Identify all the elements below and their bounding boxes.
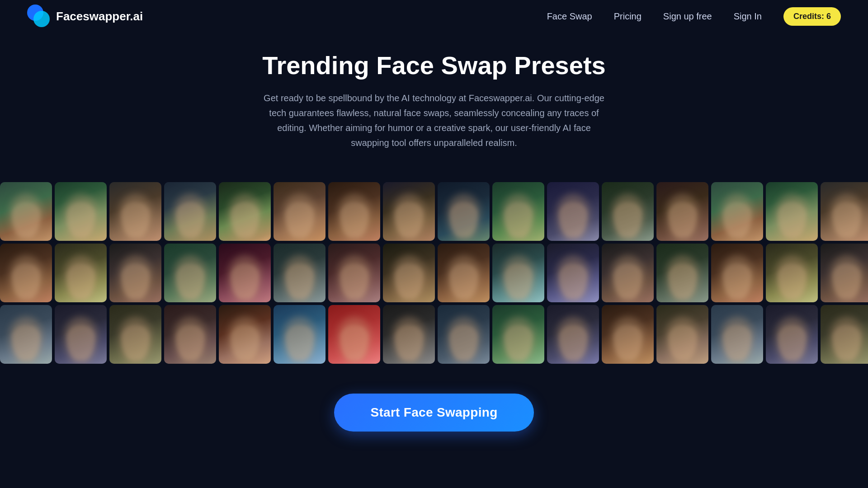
preset-card[interactable] — [219, 305, 271, 364]
portrait-image — [821, 305, 868, 364]
preset-card[interactable] — [821, 305, 868, 364]
preset-card[interactable] — [164, 305, 216, 364]
preset-card[interactable] — [492, 305, 544, 364]
portrait-image — [164, 244, 216, 302]
preset-card[interactable] — [602, 305, 654, 364]
portrait-image — [711, 305, 763, 364]
portrait-image — [711, 182, 763, 241]
portrait-image — [492, 182, 544, 241]
preset-card[interactable] — [328, 305, 380, 364]
portrait-image — [602, 305, 654, 364]
preset-card[interactable] — [711, 305, 763, 364]
preset-card[interactable] — [438, 305, 490, 364]
preset-card[interactable] — [766, 305, 818, 364]
preset-card[interactable] — [711, 182, 763, 241]
presets-row-3 — [0, 305, 868, 364]
preset-card[interactable] — [821, 244, 868, 302]
portrait-image — [383, 182, 435, 241]
presets-grid — [0, 182, 868, 366]
navigation: Faceswapper.ai Face Swap Pricing Sign up… — [0, 0, 868, 33]
preset-card[interactable] — [656, 305, 708, 364]
preset-card[interactable] — [0, 244, 52, 302]
preset-card[interactable] — [328, 244, 380, 302]
preset-card[interactable] — [547, 244, 599, 302]
preset-card[interactable] — [109, 182, 161, 241]
presets-row-1 — [0, 182, 868, 241]
preset-card[interactable] — [821, 182, 868, 241]
portrait-image — [602, 244, 654, 302]
preset-card[interactable] — [55, 305, 107, 364]
portrait-image — [55, 305, 107, 364]
logo-text: Faceswapper.ai — [56, 9, 143, 23]
portrait-image — [0, 305, 52, 364]
preset-card[interactable] — [274, 244, 326, 302]
portrait-image — [274, 305, 326, 364]
preset-card[interactable] — [0, 182, 52, 241]
preset-card[interactable] — [383, 182, 435, 241]
nav-link-pricing[interactable]: Pricing — [614, 11, 642, 22]
portrait-image — [547, 182, 599, 241]
presets-row-2 — [0, 244, 868, 302]
preset-card[interactable] — [109, 305, 161, 364]
credits-badge[interactable]: Credits: 6 — [783, 7, 841, 26]
portrait-image — [821, 244, 868, 302]
preset-card[interactable] — [328, 182, 380, 241]
preset-card[interactable] — [656, 182, 708, 241]
portrait-image — [438, 305, 490, 364]
preset-card[interactable] — [438, 182, 490, 241]
preset-card[interactable] — [219, 182, 271, 241]
portrait-image — [656, 182, 708, 241]
preset-card[interactable] — [164, 182, 216, 241]
portrait-image — [766, 244, 818, 302]
start-face-swapping-button[interactable]: Start Face Swapping — [334, 394, 533, 432]
portrait-image — [109, 182, 161, 241]
preset-card[interactable] — [55, 182, 107, 241]
logo-icon — [27, 5, 51, 28]
preset-card[interactable] — [383, 244, 435, 302]
portrait-image — [164, 182, 216, 241]
portrait-image — [383, 244, 435, 302]
portrait-image — [55, 182, 107, 241]
portrait-image — [219, 182, 271, 241]
hero-section: Trending Face Swap Presets Get ready to … — [0, 33, 868, 164]
portrait-image — [109, 244, 161, 302]
hero-description: Get ready to be spellbound by the AI tec… — [262, 91, 606, 150]
preset-card[interactable] — [602, 244, 654, 302]
preset-card[interactable] — [711, 244, 763, 302]
preset-card[interactable] — [766, 182, 818, 241]
nav-link-signin[interactable]: Sign In — [734, 11, 762, 22]
portrait-image — [328, 305, 380, 364]
preset-card[interactable] — [766, 244, 818, 302]
nav-link-face-swap[interactable]: Face Swap — [547, 11, 592, 22]
preset-card[interactable] — [547, 305, 599, 364]
preset-card[interactable] — [383, 305, 435, 364]
preset-card[interactable] — [274, 182, 326, 241]
preset-card[interactable] — [547, 182, 599, 241]
portrait-image — [274, 182, 326, 241]
preset-card[interactable] — [164, 244, 216, 302]
portrait-image — [383, 305, 435, 364]
preset-card[interactable] — [109, 244, 161, 302]
preset-card[interactable] — [602, 182, 654, 241]
portrait-image — [438, 182, 490, 241]
preset-card[interactable] — [656, 244, 708, 302]
preset-card[interactable] — [492, 182, 544, 241]
preset-card[interactable] — [492, 244, 544, 302]
portrait-image — [0, 244, 52, 302]
nav-links: Face Swap Pricing Sign up free Sign In C… — [547, 7, 841, 26]
preset-card[interactable] — [55, 244, 107, 302]
nav-link-signup[interactable]: Sign up free — [663, 11, 712, 22]
preset-card[interactable] — [274, 305, 326, 364]
portrait-image — [328, 182, 380, 241]
portrait-image — [766, 182, 818, 241]
portrait-image — [109, 305, 161, 364]
page-title: Trending Face Swap Presets — [9, 51, 859, 80]
logo[interactable]: Faceswapper.ai — [27, 5, 143, 28]
portrait-image — [274, 244, 326, 302]
preset-card[interactable] — [0, 305, 52, 364]
preset-card[interactable] — [438, 244, 490, 302]
portrait-image — [602, 182, 654, 241]
preset-card[interactable] — [219, 244, 271, 302]
portrait-image — [492, 305, 544, 364]
logo-circle-cyan — [33, 11, 50, 27]
